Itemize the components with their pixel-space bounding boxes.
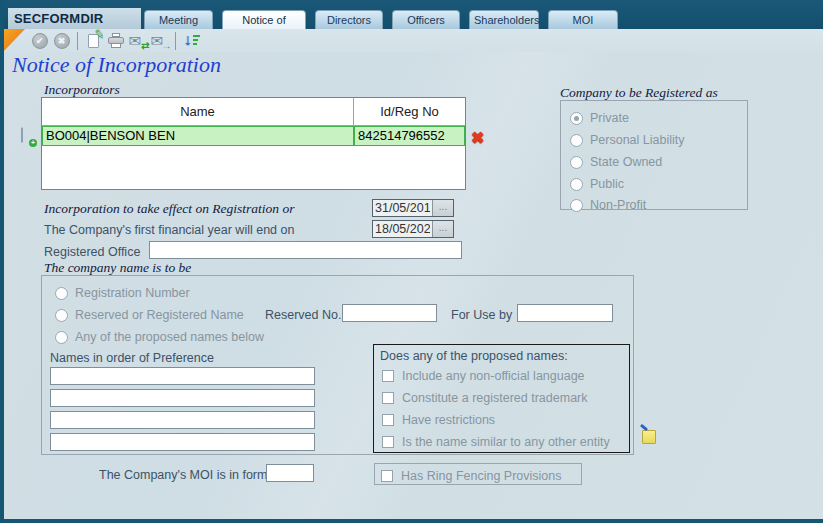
radio-state-owned[interactable]: State Owned xyxy=(570,154,662,170)
incorporators-table: Name Id/Reg No BO004|BENSON BEN 84251479… xyxy=(41,97,466,190)
radio-icon xyxy=(55,331,68,344)
for-use-by-label: For Use by xyxy=(451,308,512,322)
radio-icon xyxy=(570,112,583,125)
radio-registration-number[interactable]: Registration Number xyxy=(55,285,190,301)
checkbox-icon xyxy=(382,392,394,404)
radio-public[interactable]: Public xyxy=(570,176,624,192)
printer-icon xyxy=(108,33,124,48)
company-type-label: Company to be Registered as xyxy=(560,85,718,101)
names-preference-label: Names in order of Preference xyxy=(50,351,214,365)
checkbox-icon xyxy=(382,436,394,448)
x-icon: ✖ xyxy=(54,33,70,49)
checkbox-icon xyxy=(382,414,394,426)
incorporator-name-cell[interactable]: BO004|BENSON BEN xyxy=(42,126,354,146)
proposed-names-question-group: Does any of the proposed names: Include … xyxy=(373,344,630,453)
incorporation-date-field: ... xyxy=(372,199,454,217)
tab-moi[interactable]: MOI xyxy=(548,10,618,29)
toolbar-separator xyxy=(77,32,78,50)
send-receive-button[interactable]: ✉⇄ xyxy=(128,31,147,50)
name-preference-input-1[interactable] xyxy=(50,367,315,385)
name-preference-input-2[interactable] xyxy=(50,389,315,407)
incorporator-id-cell[interactable]: 842514796552 xyxy=(354,126,465,146)
download-sort-button[interactable]: ↓ xyxy=(182,31,201,50)
reserved-no-input[interactable] xyxy=(342,304,437,322)
import-mail-button[interactable]: ✉→ xyxy=(150,31,169,50)
tab-officers[interactable]: Officers xyxy=(392,10,460,29)
tab-directors[interactable]: Directors xyxy=(315,10,383,29)
column-header-name[interactable]: Name xyxy=(42,98,354,125)
name-preference-input-4[interactable] xyxy=(50,433,315,451)
print-button[interactable] xyxy=(106,31,125,50)
radio-non-profit[interactable]: Non-Profit xyxy=(570,197,646,213)
tab-notice-of-incorp[interactable]: Notice of Incorp xyxy=(222,10,306,29)
radio-personal-liability[interactable]: Personal Liability xyxy=(570,132,685,148)
name-preference-input-3[interactable] xyxy=(50,411,315,429)
registered-office-input[interactable] xyxy=(149,241,462,259)
checkbox-ring-fencing[interactable]: Has Ring Fencing Provisions xyxy=(381,468,562,484)
plus-icon: + xyxy=(29,139,37,147)
for-use-by-input[interactable] xyxy=(517,304,613,322)
financial-year-input[interactable] xyxy=(373,221,432,237)
radio-proposed-names[interactable]: Any of the proposed names below xyxy=(55,329,264,345)
envelope-arrow-icon: ✉→ xyxy=(151,33,169,49)
ring-fencing-group: Has Ring Fencing Provisions xyxy=(374,463,582,485)
radio-reserved-name[interactable]: Reserved or Registered Name xyxy=(55,307,244,323)
incorporators-table-header: Name Id/Reg No xyxy=(42,98,465,126)
financial-year-field: ... xyxy=(372,220,454,238)
proposed-names-question-title: Does any of the proposed names: xyxy=(380,349,568,363)
company-name-group: Registration Number Reserved or Register… xyxy=(41,275,634,455)
checkbox-registered-trademark[interactable]: Constitute a registered trademark xyxy=(382,390,588,406)
radio-icon xyxy=(570,134,583,147)
radio-private[interactable]: Private xyxy=(570,110,629,126)
checkbox-icon xyxy=(381,470,393,482)
note-button[interactable] xyxy=(641,427,657,444)
confirm-button[interactable]: ✔ xyxy=(30,31,49,50)
table-row[interactable]: BO004|BENSON BEN 842514796552 xyxy=(42,126,465,146)
tab-bar: Meeting Notice of Incorp Directors Offic… xyxy=(144,10,618,29)
add-incorporator-button[interactable]: + xyxy=(21,128,35,146)
registered-office-label: Registered Office xyxy=(44,245,140,259)
checkbox-have-restrictions[interactable]: Have restrictions xyxy=(382,412,495,428)
down-arrow-sort-icon: ↓ xyxy=(183,32,200,49)
checkbox-non-official-language[interactable]: Include any non-official language xyxy=(382,368,585,384)
company-type-group: Private Personal Liability State Owned P… xyxy=(560,100,748,210)
date-picker-button[interactable]: ... xyxy=(432,221,453,237)
radio-icon xyxy=(570,156,583,169)
tab-meeting[interactable]: Meeting xyxy=(144,10,213,29)
radio-icon xyxy=(570,178,583,191)
incorporation-date-input[interactable] xyxy=(373,200,432,216)
edit-button[interactable]: ✎ xyxy=(84,31,103,50)
company-name-label: The company name is to be xyxy=(44,260,191,276)
envelope-sync-icon: ✉⇄ xyxy=(129,33,147,49)
checkbox-icon xyxy=(382,370,394,382)
check-icon: ✔ xyxy=(32,33,48,49)
moi-form-input[interactable] xyxy=(266,464,314,482)
page-title: Notice of Incorporation xyxy=(12,52,221,78)
radio-icon xyxy=(55,287,68,300)
tab-shareholders[interactable]: Shareholders xyxy=(469,10,539,29)
delete-incorporator-button[interactable]: ✖ xyxy=(471,128,484,147)
app-window: SECFORMDIR Meeting Notice of Incorp Dire… xyxy=(0,0,823,523)
incorporation-date-label: Incorporation to take effect on Registra… xyxy=(44,201,294,217)
add-document-icon xyxy=(21,127,23,143)
sticky-note-icon xyxy=(642,430,656,444)
checkbox-similar-entity[interactable]: Is the name similar to any other entity xyxy=(382,434,610,450)
incorporators-label: Incorporators xyxy=(44,82,120,98)
date-picker-button[interactable]: ... xyxy=(432,200,453,216)
pencil-icon: ✎ xyxy=(93,27,106,42)
cancel-button[interactable]: ✖ xyxy=(52,31,71,50)
moi-form-label: The Company's MOI is in form xyxy=(99,468,267,482)
financial-year-label: The Company's first financial year will … xyxy=(44,223,294,237)
radio-icon xyxy=(570,199,583,212)
radio-icon xyxy=(55,309,68,322)
toolbar-separator xyxy=(175,32,176,50)
window-title: SECFORMDIR xyxy=(8,8,141,29)
column-header-id-reg-no[interactable]: Id/Reg No xyxy=(354,98,465,125)
reserved-no-label: Reserved No. xyxy=(265,308,341,322)
